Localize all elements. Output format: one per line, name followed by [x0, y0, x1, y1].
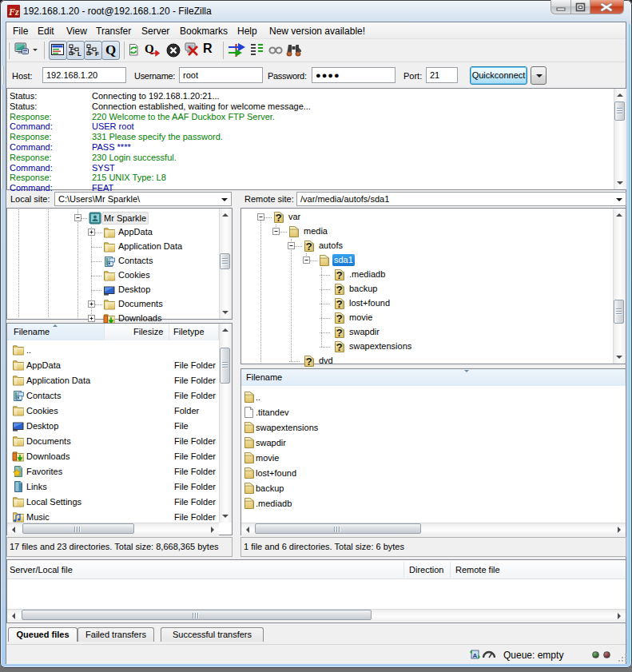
svg-text:?: ?: [336, 312, 343, 324]
svg-text:?: ?: [336, 341, 343, 353]
svg-text:?: ?: [306, 356, 312, 368]
svg-text:?: ?: [336, 269, 343, 281]
svg-text:F: F: [95, 50, 99, 57]
svg-text:?: ?: [336, 284, 343, 296]
svg-text:A: A: [473, 652, 478, 659]
svg-text:L: L: [78, 50, 81, 57]
svg-text:Fz: Fz: [8, 6, 19, 18]
svg-text:?: ?: [336, 327, 343, 339]
svg-text:?: ?: [276, 212, 282, 224]
svg-text:?: ?: [306, 241, 312, 252]
svg-text:?: ?: [336, 298, 343, 310]
